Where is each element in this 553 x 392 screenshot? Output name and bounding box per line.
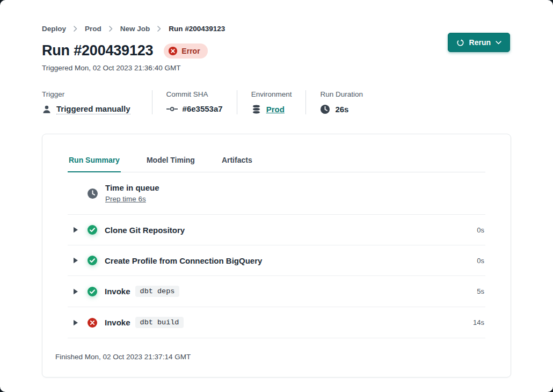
status-badge: Error <box>164 43 207 59</box>
step-label: Create Profile from Connection BigQuery <box>105 256 262 265</box>
step-command: dbt deps <box>135 286 180 297</box>
expand-caret-icon[interactable] <box>73 288 79 295</box>
meta-trigger-label: Trigger <box>42 90 130 98</box>
meta-environment: Environment Prod <box>237 90 306 114</box>
triggered-timestamp: Triggered Mon, 02 Oct 2023 21:36:40 GMT <box>42 64 511 72</box>
meta-duration-value: 26s <box>335 105 348 114</box>
error-circle-icon <box>87 317 98 328</box>
run-meta-row: Trigger Triggered manually Commit SHA #6… <box>42 90 511 114</box>
tab-bar: Run Summary Model Timing Artifacts <box>68 153 485 172</box>
meta-commit-value: #6e3553a7 <box>183 104 223 113</box>
meta-trigger-value[interactable]: Triggered manually <box>56 104 130 114</box>
tab-run-summary[interactable]: Run Summary <box>68 153 121 172</box>
database-icon <box>251 104 261 114</box>
clock-icon <box>87 188 98 199</box>
step-label: Invoke <box>105 287 130 296</box>
breadcrumb-prod[interactable]: Prod <box>85 25 101 33</box>
step-duration: 14s <box>473 318 485 326</box>
chevron-right-icon <box>74 26 77 32</box>
queue-row: Time in queue Prep time 6s <box>68 172 485 215</box>
run-header: Run #200439123 Error Triggered Mon, 02 O… <box>0 33 553 72</box>
git-commit-icon <box>166 106 178 112</box>
meta-duration-label: Run Duration <box>320 90 363 98</box>
chevron-right-icon <box>157 26 161 32</box>
person-icon <box>42 105 52 114</box>
error-circle-icon <box>168 46 178 56</box>
meta-commit-label: Commit SHA <box>166 90 223 98</box>
success-check-icon <box>87 224 98 235</box>
app-page: Deploy Prod New Job Run #200439123 Run #… <box>0 0 553 392</box>
rerun-button[interactable]: Rerun <box>448 33 510 52</box>
step-command: dbt build <box>135 317 184 328</box>
meta-duration: Run Duration 26s <box>305 90 377 114</box>
step-row-create-profile: Create Profile from Connection BigQuery … <box>68 245 485 276</box>
step-duration: 0s <box>477 226 485 234</box>
expand-caret-icon[interactable] <box>73 257 79 264</box>
breadcrumb: Deploy Prod New Job Run #200439123 <box>0 0 553 33</box>
success-check-icon <box>87 255 98 266</box>
step-row-dbt-build: Invoke dbt build 14s <box>68 307 485 338</box>
step-duration: 0s <box>477 257 485 265</box>
run-summary-card: Run Summary Model Timing Artifacts Time … <box>42 134 511 378</box>
clock-icon <box>320 104 330 114</box>
queue-title: Time in queue <box>105 183 159 192</box>
expand-caret-icon[interactable] <box>73 227 79 233</box>
step-row-dbt-deps: Invoke dbt deps 5s <box>68 276 485 307</box>
finished-timestamp: Finished Mon, 02 Oct 2023 21:37:14 GMT <box>42 338 511 377</box>
chevron-down-icon <box>496 41 501 45</box>
meta-environment-value[interactable]: Prod <box>266 105 285 114</box>
breadcrumb-new-job[interactable]: New Job <box>120 25 150 33</box>
prep-time-link[interactable]: Prep time 6s <box>105 195 146 203</box>
refresh-icon <box>456 39 464 47</box>
status-badge-label: Error <box>181 47 200 55</box>
meta-commit: Commit SHA #6e3553a7 <box>152 90 237 114</box>
page-title: Run #200439123 <box>42 42 153 59</box>
tab-artifacts[interactable]: Artifacts <box>221 153 253 172</box>
expand-caret-icon[interactable] <box>73 320 79 326</box>
breadcrumb-deploy[interactable]: Deploy <box>42 25 66 33</box>
chevron-right-icon <box>109 26 113 32</box>
tab-model-timing[interactable]: Model Timing <box>145 153 196 172</box>
step-row-clone-git: Clone Git Repository 0s <box>68 215 485 245</box>
breadcrumb-run-id: Run #200439123 <box>169 25 225 33</box>
step-duration: 5s <box>477 287 485 295</box>
success-check-icon <box>87 286 98 297</box>
rerun-button-label: Rerun <box>469 38 491 47</box>
step-label: Clone Git Repository <box>105 226 185 235</box>
step-label: Invoke <box>105 318 130 327</box>
meta-environment-label: Environment <box>251 90 292 98</box>
meta-trigger: Trigger Triggered manually <box>42 90 152 114</box>
